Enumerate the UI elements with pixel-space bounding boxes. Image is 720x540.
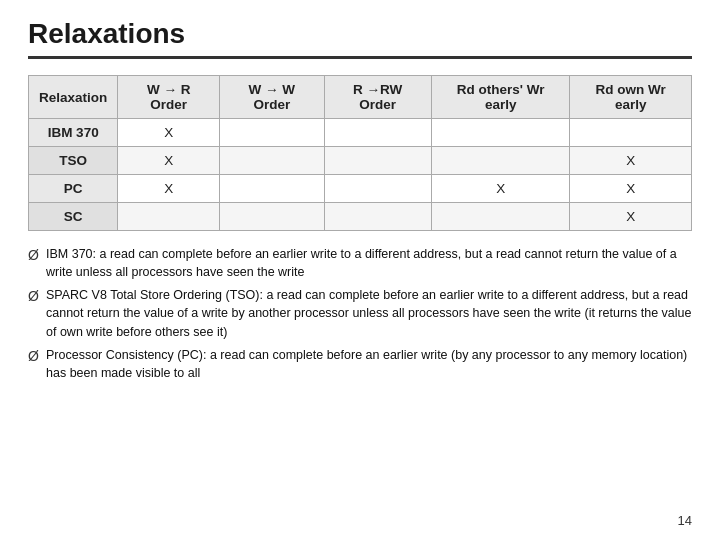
- table-cell: X: [431, 175, 570, 203]
- table-cell: [324, 119, 431, 147]
- table-cell: [118, 203, 220, 231]
- row-label: TSO: [29, 147, 118, 175]
- row-label: SC: [29, 203, 118, 231]
- relaxations-table: RelaxationW → R OrderW → W OrderR →RW Or…: [28, 75, 692, 231]
- page-title: Relaxations: [28, 18, 692, 50]
- table-cell: [431, 203, 570, 231]
- bullet-symbol: Ø: [28, 286, 46, 306]
- bullet-text: SPARC V8 Total Store Ordering (TSO): a r…: [46, 286, 692, 340]
- table-cell: X: [118, 175, 220, 203]
- table-cell: [570, 119, 692, 147]
- title-divider: [28, 56, 692, 59]
- col-header-4: Rd others' Wr early: [431, 76, 570, 119]
- bullet-text: Processor Consistency (PC): a read can c…: [46, 346, 692, 382]
- table-cell: [220, 147, 325, 175]
- col-header-0: Relaxation: [29, 76, 118, 119]
- table-cell: [431, 119, 570, 147]
- table-cell: [431, 147, 570, 175]
- table-cell: X: [118, 119, 220, 147]
- list-item: ØSPARC V8 Total Store Ordering (TSO): a …: [28, 286, 692, 340]
- table-cell: [324, 175, 431, 203]
- list-item: ØProcessor Consistency (PC): a read can …: [28, 346, 692, 382]
- bullet-symbol: Ø: [28, 245, 46, 265]
- table-cell: X: [118, 147, 220, 175]
- table-cell: [220, 119, 325, 147]
- table-cell: [324, 203, 431, 231]
- table-cell: X: [570, 203, 692, 231]
- col-header-2: W → W Order: [220, 76, 325, 119]
- table-cell: [324, 147, 431, 175]
- bullet-text: IBM 370: a read can complete before an e…: [46, 245, 692, 281]
- bullet-symbol: Ø: [28, 346, 46, 366]
- table-cell: [220, 203, 325, 231]
- bullets-section: ØIBM 370: a read can complete before an …: [28, 245, 692, 382]
- row-label: IBM 370: [29, 119, 118, 147]
- row-label: PC: [29, 175, 118, 203]
- col-header-5: Rd own Wr early: [570, 76, 692, 119]
- table-cell: X: [570, 147, 692, 175]
- table-cell: [220, 175, 325, 203]
- page-number: 14: [678, 513, 692, 528]
- table-cell: X: [570, 175, 692, 203]
- list-item: ØIBM 370: a read can complete before an …: [28, 245, 692, 281]
- col-header-1: W → R Order: [118, 76, 220, 119]
- col-header-3: R →RW Order: [324, 76, 431, 119]
